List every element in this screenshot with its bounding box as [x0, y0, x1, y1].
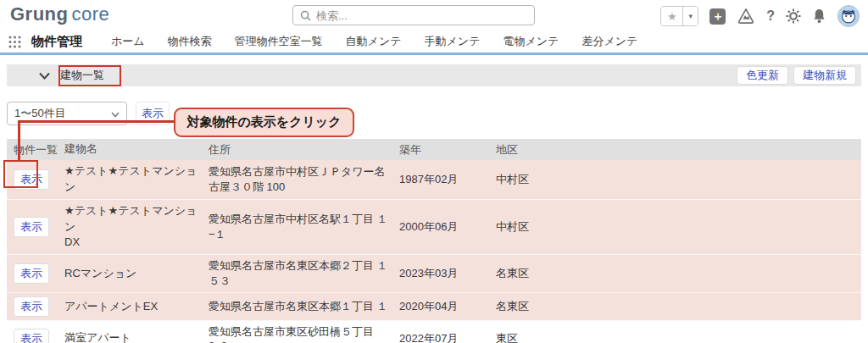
trailhead-icon[interactable]: [737, 8, 755, 25]
cell-address: 愛知県名古屋市名東区本郷１丁目 １: [202, 299, 392, 314]
favorites-caret-icon[interactable]: ▾: [682, 7, 698, 25]
cell-building-name: ★テスト★テストマンション: [58, 163, 202, 196]
logo-text-primary: Grung: [10, 3, 69, 25]
building-table: 物件一覧 建物名 住所 築年 地区 表示 ★テスト★テストマンション 愛知県名古…: [7, 139, 861, 343]
cell-address: 愛知県名古屋市名東区本郷２丁目 １５３: [202, 258, 392, 289]
app-nav-bar: 物件管理 ホーム 物件検索 管理物件空室一覧 自動メンテ 手動メンテ 電物メンテ…: [0, 30, 868, 55]
nav-tab[interactable]: 自動メンテ: [346, 34, 402, 49]
range-select-value: 1〜50件目: [14, 106, 66, 121]
cell-district: 名東区: [489, 299, 861, 314]
cell-building-name: 満室アパート: [58, 330, 202, 343]
nav-tab[interactable]: 差分メンテ: [581, 34, 637, 49]
cell-building-name: アパートメントEX: [58, 299, 202, 315]
table-header-row: 物件一覧 建物名 住所 築年 地区: [7, 139, 861, 160]
section-buttons: 色更新 建物新規: [737, 66, 856, 85]
range-select[interactable]: 1〜50件目: [7, 102, 127, 125]
new-building-button[interactable]: 建物新規: [793, 66, 856, 85]
plus-icon: ＋: [712, 9, 724, 23]
cell-address: 愛知県名古屋市中村区ＪＰタワー名古屋３０階 100: [202, 164, 392, 195]
quick-add-button[interactable]: ＋: [709, 8, 726, 25]
cell-year-built: 2022年07月: [392, 331, 489, 343]
cell-address: 愛知県名古屋市東区砂田橋５丁目 2−3: [202, 324, 392, 343]
row-show-button[interactable]: 表示: [14, 263, 49, 284]
nav-tab[interactable]: ホーム: [111, 34, 145, 49]
cell-district: 中村区: [489, 172, 861, 187]
help-icon[interactable]: ?: [766, 8, 775, 24]
row-show-button[interactable]: 表示: [14, 217, 49, 237]
header-actions: ★ ▾ ＋ ?: [660, 5, 860, 27]
global-search[interactable]: [292, 5, 535, 25]
cell-year-built: 1987年02月: [392, 172, 489, 187]
table-row: 表示 満室アパート 愛知県名古屋市東区砂田橋５丁目 2−3 2022年07月 東…: [7, 321, 861, 343]
nav-tabs: ホーム 物件検索 管理物件空室一覧 自動メンテ 手動メンテ 電物メンテ 差分メン…: [111, 34, 637, 49]
page: Grungcore ★ ▾ ＋ ?: [0, 0, 868, 343]
app-launcher-icon[interactable]: [8, 36, 21, 48]
nav-tab[interactable]: 管理物件空室一覧: [235, 34, 323, 49]
header-year-built: 築年: [392, 142, 489, 158]
row-show-button[interactable]: 表示: [14, 296, 49, 317]
app-logo: Grungcore: [10, 3, 109, 25]
cell-building-name: RCマンション: [58, 266, 202, 282]
color-update-button[interactable]: 色更新: [737, 66, 788, 85]
list-controls: 1〜50件目 表示: [7, 102, 861, 125]
table-body: 表示 ★テスト★テストマンション 愛知県名古屋市中村区ＪＰタワー名古屋３０階 1…: [7, 160, 861, 343]
header-property-list: 物件一覧: [7, 142, 58, 158]
setup-gear-icon[interactable]: [786, 8, 801, 24]
nav-tab[interactable]: 手動メンテ: [425, 34, 481, 49]
section-title: 建物一覧: [60, 68, 104, 83]
top-bar: Grungcore ★ ▾ ＋ ?: [0, 0, 868, 30]
select-chevron-icon: [111, 108, 120, 120]
row-show-button[interactable]: 表示: [14, 169, 49, 190]
app-name: 物件管理: [31, 34, 82, 50]
nav-tab[interactable]: 電物メンテ: [503, 34, 559, 49]
row-show-button[interactable]: 表示: [14, 329, 49, 343]
header-address: 住所: [202, 142, 392, 158]
logo-text-secondary: core: [72, 3, 110, 25]
cell-district: 中村区: [489, 219, 861, 235]
table-row: 表示 ★テスト★テストマンション 愛知県名古屋市中村区ＪＰタワー名古屋３０階 1…: [7, 160, 861, 200]
table-row: 表示 アパートメントEX 愛知県名古屋市名東区本郷１丁目 １ 2020年04月 …: [7, 293, 861, 321]
search-icon: [300, 10, 311, 21]
cell-year-built: 2020年04月: [392, 299, 489, 314]
favorites-button[interactable]: ★ ▾: [660, 6, 698, 26]
cell-district: 名東区: [489, 266, 861, 281]
show-button[interactable]: 表示: [136, 102, 170, 125]
cell-year-built: 2023年03月: [392, 266, 489, 281]
cell-district: 東区: [489, 331, 861, 343]
nav-tab[interactable]: 物件検索: [168, 34, 212, 49]
user-avatar[interactable]: [837, 5, 860, 27]
cell-building-name: ★テスト★テストマンション DX: [58, 203, 202, 252]
table-row: 表示 RCマンション 愛知県名古屋市名東区本郷２丁目 １５３ 2023年03月 …: [7, 255, 861, 293]
table-row: 表示 ★テスト★テストマンション DX 愛知県名古屋市中村区名駅１丁目 １−１ …: [7, 200, 861, 256]
cell-year-built: 2000年06月: [392, 219, 489, 235]
notifications-bell-icon[interactable]: [812, 8, 826, 24]
header-building-name: 建物名: [58, 141, 202, 158]
section-header: 建物一覧 色更新 建物新規: [7, 64, 861, 86]
header-district: 地区: [489, 142, 861, 158]
favorites-star-icon[interactable]: ★: [661, 7, 682, 25]
chevron-down-icon[interactable]: [39, 72, 50, 80]
search-input[interactable]: [316, 9, 527, 22]
cell-address: 愛知県名古屋市中村区名駅１丁目 １−１: [202, 212, 392, 242]
